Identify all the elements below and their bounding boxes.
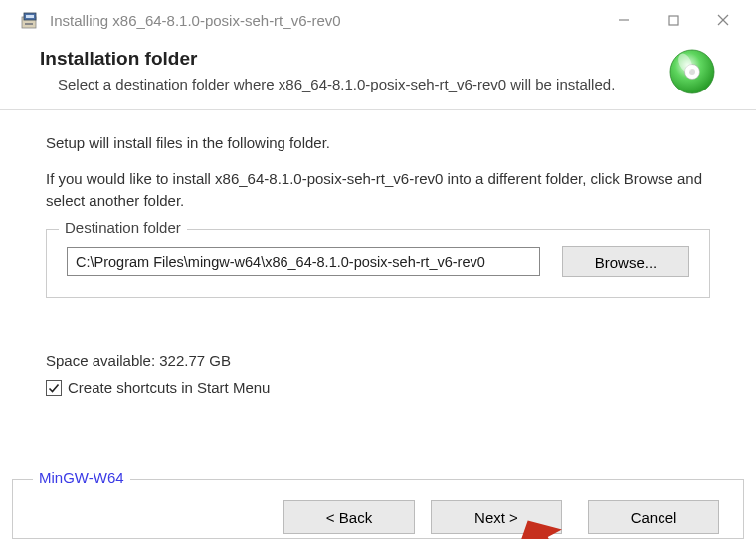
destination-path-input[interactable] (67, 247, 540, 276)
minimize-button[interactable] (599, 0, 649, 40)
window-controls (599, 0, 748, 40)
close-button[interactable] (698, 0, 748, 40)
svg-rect-5 (669, 16, 678, 25)
header-text: Installation folder Select a destination… (40, 48, 657, 94)
installer-window: Installing x86_64-8.1.0-posix-seh-rt_v6-… (0, 0, 756, 539)
shortcuts-checkbox-label: Create shortcuts in Start Menu (68, 379, 270, 396)
cancel-button[interactable]: Cancel (588, 500, 719, 534)
intro-line-1: Setup will install files in the followin… (46, 132, 710, 154)
destination-label: Destination folder (59, 219, 187, 236)
next-button[interactable]: Next > (431, 500, 562, 534)
svg-rect-2 (26, 15, 34, 18)
header: Installation folder Select a destination… (0, 40, 756, 109)
browse-button[interactable]: Browse... (562, 246, 689, 277)
shortcuts-checkbox-row[interactable]: Create shortcuts in Start Menu (46, 379, 710, 396)
svg-rect-3 (25, 23, 33, 25)
cd-icon (668, 48, 716, 95)
checkbox-icon[interactable] (46, 380, 62, 396)
installer-icon (20, 10, 40, 30)
maximize-button[interactable] (649, 0, 698, 40)
brand-label: MinGW-W64 (33, 469, 130, 486)
page-subtitle: Select a destination folder where x86_64… (40, 74, 657, 94)
window-title: Installing x86_64-8.1.0-posix-seh-rt_v6-… (50, 12, 599, 29)
titlebar: Installing x86_64-8.1.0-posix-seh-rt_v6-… (0, 0, 756, 40)
intro-line-2: If you would like to install x86_64-8.1.… (46, 168, 710, 212)
footer: MinGW-W64 < Back Next > Cancel (12, 479, 744, 539)
page-title: Installation folder (40, 48, 657, 70)
body: Setup will install files in the followin… (0, 110, 756, 455)
destination-fieldset: Destination folder Browse... (46, 229, 710, 298)
back-button[interactable]: < Back (284, 500, 415, 534)
space-available: Space available: 322.77 GB (46, 352, 710, 369)
nav-buttons: < Back Next > Cancel (37, 500, 719, 534)
